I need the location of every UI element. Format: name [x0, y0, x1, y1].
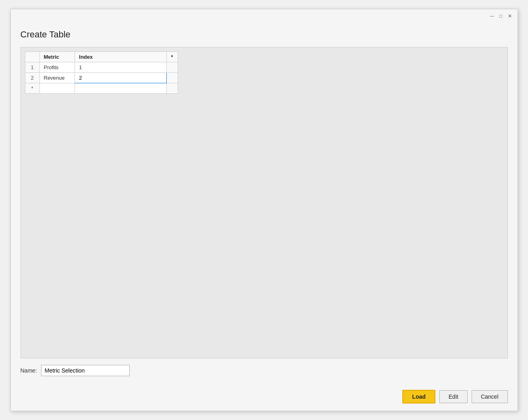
name-label: Name:	[21, 367, 37, 374]
cell-metric[interactable]: Revenue	[39, 73, 75, 83]
table-header-row: Metric Index *	[25, 52, 178, 62]
name-row: Name:	[21, 365, 508, 376]
cell-star	[166, 73, 178, 83]
data-table: Metric Index * 1Profits12Revenue*	[25, 51, 178, 94]
minimize-button[interactable]: ─	[488, 12, 497, 21]
table-row: 2Revenue	[25, 73, 178, 83]
row-number: 1	[25, 62, 39, 73]
new-row-star	[166, 83, 178, 94]
table-row: 1Profits1	[25, 62, 178, 73]
load-button[interactable]: Load	[402, 390, 435, 404]
new-row-marker: *	[25, 83, 39, 94]
cancel-button[interactable]: Cancel	[472, 390, 508, 403]
dialog-content: Create Table Metric Index * 1Profits12Re…	[11, 23, 518, 383]
table-new-row[interactable]: *	[25, 83, 178, 94]
name-input[interactable]	[41, 365, 130, 376]
edit-button[interactable]: Edit	[439, 390, 468, 403]
dialog-window: ─ □ ✕ Create Table Metric Index * 1Profi…	[10, 9, 518, 411]
maximize-button[interactable]: □	[497, 12, 505, 21]
table-area: Metric Index * 1Profits12Revenue*	[21, 47, 508, 358]
new-row-index[interactable]	[75, 83, 166, 94]
new-row-metric[interactable]	[39, 83, 75, 94]
col-header-metric: Metric	[39, 52, 75, 62]
row-number: 2	[25, 73, 39, 83]
cell-index[interactable]	[75, 73, 166, 83]
title-bar: ─ □ ✕	[11, 9, 518, 23]
close-button[interactable]: ✕	[505, 12, 514, 21]
cell-metric[interactable]: Profits	[39, 62, 75, 73]
bottom-row: Load Edit Cancel	[11, 383, 518, 411]
col-header-star: *	[166, 52, 178, 62]
cell-index[interactable]: 1	[75, 62, 166, 73]
index-input[interactable]	[79, 75, 162, 81]
col-header-rownum	[25, 52, 39, 62]
dialog-title: Create Table	[21, 29, 508, 40]
col-header-index: Index	[75, 52, 166, 62]
cell-star	[166, 62, 178, 73]
